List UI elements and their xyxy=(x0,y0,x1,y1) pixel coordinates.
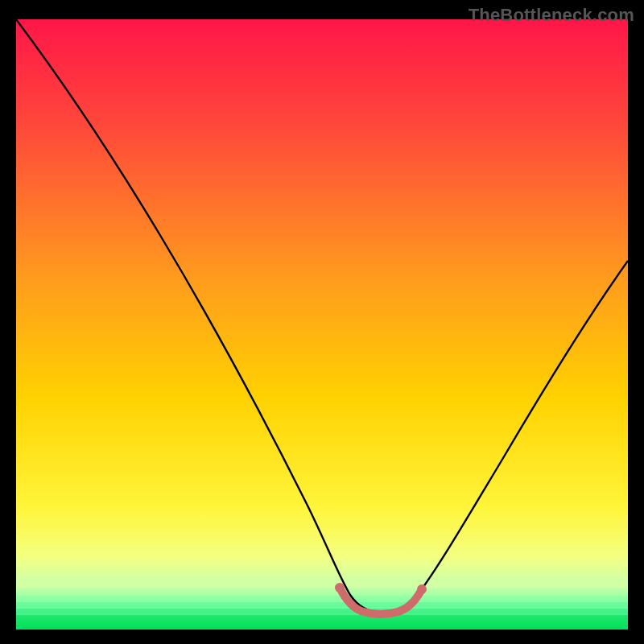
svg-rect-3 xyxy=(16,602,628,607)
chart-svg xyxy=(16,19,628,630)
svg-rect-1 xyxy=(16,589,628,594)
svg-rect-2 xyxy=(16,596,628,601)
chart-frame: TheBottleneck.com xyxy=(0,0,644,644)
bottleneck-chart xyxy=(16,19,628,630)
watermark-text: TheBottleneck.com xyxy=(469,5,634,26)
svg-rect-0 xyxy=(16,583,628,588)
highlight-end-dot xyxy=(417,584,427,594)
green-band-strips xyxy=(16,583,628,630)
highlight-start-dot xyxy=(335,583,345,592)
svg-rect-4 xyxy=(16,609,628,613)
svg-rect-5 xyxy=(16,615,628,630)
